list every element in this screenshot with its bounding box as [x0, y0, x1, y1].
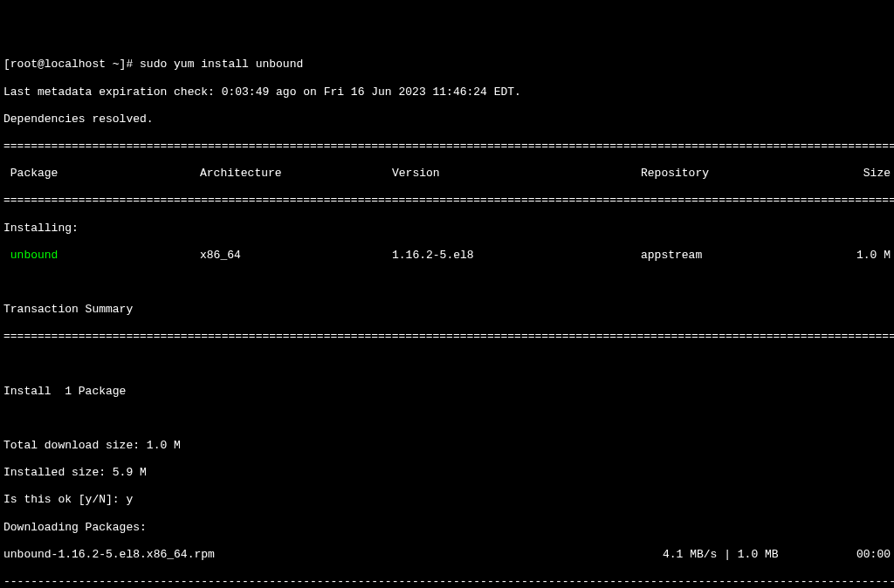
download-row: unbound-1.16.2-5.el8.x86_64.rpm4.1 MB/s … — [3, 548, 891, 562]
prompt: [root@localhost ~]# — [3, 58, 140, 71]
pkg-name: unbound — [3, 249, 200, 263]
install-count: Install 1 Package — [3, 385, 894, 399]
separator-top: ========================================… — [3, 140, 894, 154]
separator-download: ----------------------------------------… — [3, 575, 894, 588]
confirm-prompt-1: Is this ok [y/N]: y — [3, 493, 894, 507]
download-speed: 4.1 MB/s | 1.0 MB — [663, 548, 789, 562]
pkg-version: 1.16.2-5.el8 — [392, 249, 641, 263]
header-size: Size — [833, 167, 891, 181]
header-package: Package — [3, 167, 200, 181]
download-time: 00:00 — [789, 548, 891, 562]
command-text: sudo yum install unbound — [140, 58, 303, 71]
total-download-size: Total download size: 1.0 M — [3, 439, 894, 453]
pkg-size: 1.0 M — [833, 249, 891, 263]
separator-header: ========================================… — [3, 194, 894, 208]
header-repo: Repository — [641, 167, 833, 181]
separator-summary: ========================================… — [3, 330, 894, 344]
deps-resolved: Dependencies resolved. — [3, 113, 894, 126]
table-header-row: PackageArchitectureVersionRepositorySize — [3, 167, 891, 181]
downloading-packages: Downloading Packages: — [3, 521, 894, 535]
package-row: unboundx86_641.16.2-5.el8appstream1.0 M — [3, 249, 891, 263]
blank-line — [3, 276, 894, 290]
header-arch: Architecture — [200, 167, 392, 181]
header-version: Version — [392, 167, 641, 181]
blank-line — [3, 357, 894, 371]
blank-line — [3, 412, 894, 426]
pkg-arch: x86_64 — [200, 249, 392, 263]
metadata-check: Last metadata expiration check: 0:03:49 … — [3, 85, 894, 99]
download-file: unbound-1.16.2-5.el8.x86_64.rpm — [3, 548, 663, 562]
pkg-repo: appstream — [641, 249, 833, 263]
installing-label: Installing: — [3, 222, 894, 236]
transaction-summary: Transaction Summary — [3, 303, 894, 317]
command-line: [root@localhost ~]# sudo yum install unb… — [3, 58, 894, 72]
installed-size: Installed size: 5.9 M — [3, 466, 894, 480]
